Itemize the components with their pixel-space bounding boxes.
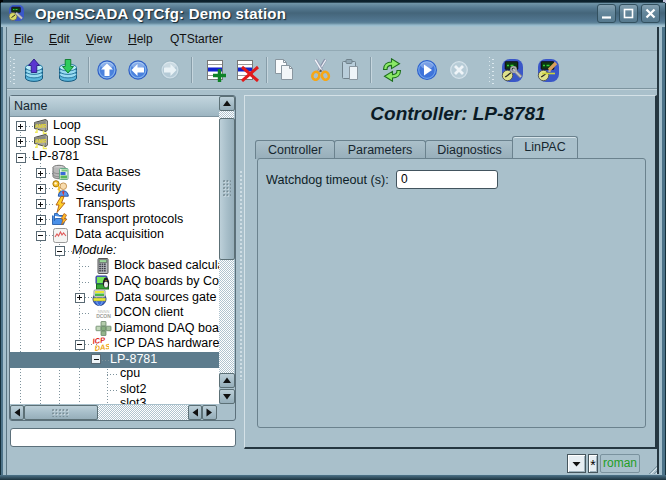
svg-text:AMR: AMR [35,122,47,128]
svg-text:AMR: AMR [35,138,47,144]
svg-text:DCON: DCON [96,312,111,318]
